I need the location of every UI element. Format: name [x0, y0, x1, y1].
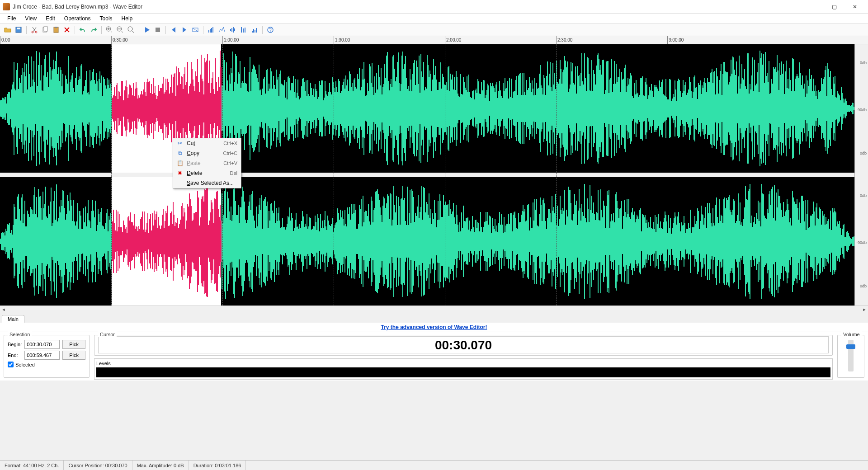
volume-slider[interactable] — [848, 340, 854, 371]
scroll-track[interactable] — [7, 306, 861, 313]
zoom-in-icon[interactable] — [104, 25, 114, 35]
pick-end-button[interactable]: Pick — [62, 351, 85, 360]
cursor-group-title: Cursor — [98, 332, 117, 337]
svg-rect-16 — [212, 27, 213, 33]
menu-view[interactable]: View — [20, 14, 41, 23]
normalize-icon[interactable] — [217, 25, 227, 35]
undo-icon[interactable] — [78, 25, 88, 35]
fade-icon[interactable] — [206, 25, 216, 35]
paste-icon[interactable] — [51, 25, 61, 35]
selected-checkbox[interactable] — [8, 362, 14, 367]
svg-point-2 — [32, 31, 33, 33]
db-label: 0db — [860, 284, 867, 288]
open-icon[interactable] — [3, 25, 13, 35]
app-icon — [3, 3, 10, 10]
levels-meter — [96, 367, 830, 377]
waveform-canvas[interactable]: ✂CutCtrl+X⧉CopyCtrl+C📋PasteCtrl+V✖Delete… — [0, 44, 854, 306]
zoom-out-icon[interactable] — [115, 25, 125, 35]
ruler-tick: 1:30.00 — [334, 36, 350, 44]
ruler-tick: 3:00.00 — [667, 36, 684, 44]
status-cursor: Cursor Position: 00:30.070 — [64, 461, 132, 470]
volume-title: Volume — [841, 332, 862, 337]
sel-all-icon[interactable] — [190, 25, 200, 35]
ruler-tick: 0.00 — [0, 36, 10, 44]
cursor-group: Cursor 00:30.070 Levels — [94, 335, 833, 378]
ruler-tick: 0:30.00 — [111, 36, 127, 44]
svg-rect-27 — [256, 28, 257, 33]
waveform-bars — [0, 177, 854, 306]
amplify-icon[interactable] — [228, 25, 238, 35]
svg-rect-23 — [245, 28, 245, 33]
volume-group: Volume — [837, 335, 864, 378]
ruler-tick: 1:00.00 — [222, 36, 239, 44]
svg-point-10 — [128, 27, 132, 31]
selected-label: Selected — [15, 362, 35, 367]
scroll-left-button[interactable]: ◄ — [0, 306, 7, 313]
begin-input[interactable] — [24, 340, 60, 349]
grid-line — [445, 44, 445, 306]
copy-icon[interactable] — [40, 25, 50, 35]
menu-bar: FileViewEditOperationsToolsHelp — [0, 14, 868, 24]
menu-help[interactable]: Help — [117, 14, 137, 23]
grid-line — [111, 44, 112, 306]
zoom-fit-icon[interactable] — [126, 25, 136, 35]
ctx-paste: 📋PasteCtrl+V — [173, 158, 241, 168]
ctx-delete[interactable]: ✖DeleteDel — [173, 168, 241, 178]
pick-begin-button[interactable]: Pick — [62, 340, 85, 349]
svg-rect-18 — [231, 28, 232, 32]
menu-file[interactable]: File — [3, 14, 20, 23]
spectrum-icon[interactable] — [250, 25, 259, 35]
ctx-save-selected-as-[interactable]: Save Selected As... — [173, 178, 241, 188]
scroll-right-button[interactable]: ► — [861, 306, 868, 313]
svg-rect-7 — [55, 27, 57, 28]
minimize-button[interactable]: ─ — [803, 0, 824, 14]
svg-rect-1 — [17, 28, 20, 29]
begin-label: Begin: — [8, 342, 22, 347]
svg-rect-26 — [255, 30, 255, 33]
time-ruler[interactable]: 0.000:30.001:00.001:30.002:00.002:30.003… — [0, 36, 868, 44]
menu-operations[interactable]: Operations — [60, 14, 95, 23]
waveform-bars — [0, 44, 854, 173]
svg-rect-11 — [156, 28, 160, 32]
delete-icon[interactable] — [62, 25, 72, 35]
end-label: End: — [8, 352, 22, 358]
svg-rect-21 — [241, 27, 242, 33]
status-amplitude: Max. Amplitude: 0 dB — [132, 461, 189, 470]
help-icon[interactable]: ? — [265, 25, 275, 35]
tab-strip: Main — [0, 313, 868, 323]
status-format: Format: 44100 Hz, 2 Ch. — [0, 461, 64, 470]
svg-rect-13 — [208, 30, 209, 33]
ctx-copy[interactable]: ⧉CopyCtrl+C — [173, 148, 241, 158]
status-bar: Format: 44100 Hz, 2 Ch. Cursor Position:… — [0, 460, 868, 470]
cut-icon[interactable] — [29, 25, 39, 35]
maximize-button[interactable]: ▢ — [824, 0, 844, 14]
channel-left[interactable] — [0, 44, 854, 173]
svg-text:?: ? — [269, 28, 272, 33]
save-icon[interactable] — [14, 25, 24, 35]
toolbar: ? — [0, 24, 868, 36]
horizontal-scrollbar[interactable]: ◄ ► — [0, 306, 868, 313]
stop-icon[interactable] — [153, 25, 163, 35]
cursor-time-display: 00:30.070 — [98, 336, 829, 353]
menu-edit[interactable]: Edit — [41, 14, 60, 23]
window-controls: ─ ▢ ✕ — [803, 0, 865, 14]
status-duration: Duration: 0:03:01.186 — [189, 461, 246, 470]
ctx-cut[interactable]: ✂CutCtrl+X — [173, 138, 241, 148]
close-button[interactable]: ✕ — [844, 0, 865, 14]
tab-main[interactable]: Main — [2, 315, 24, 323]
menu-tools[interactable]: Tools — [95, 14, 117, 23]
end-input[interactable] — [24, 351, 60, 360]
waveform-area: ✂CutCtrl+X⧉CopyCtrl+C📋PasteCtrl+V✖Delete… — [0, 44, 868, 306]
sel-end-icon[interactable] — [179, 25, 189, 35]
ruler-tick: 2:00.00 — [445, 36, 461, 44]
volume-thumb[interactable] — [846, 344, 855, 349]
db-scale: 0db-90db0db0db-90db0db — [854, 44, 868, 306]
db-label: 0db — [860, 151, 867, 155]
redo-icon[interactable] — [89, 25, 99, 35]
selection-group-title: Selection — [8, 332, 32, 337]
channel-right[interactable] — [0, 177, 854, 306]
sel-start-icon[interactable] — [169, 25, 179, 35]
promo-link[interactable]: Try the advanced version of Wave Editor! — [381, 324, 487, 330]
play-icon[interactable] — [142, 25, 152, 35]
eq-icon[interactable] — [239, 25, 249, 35]
